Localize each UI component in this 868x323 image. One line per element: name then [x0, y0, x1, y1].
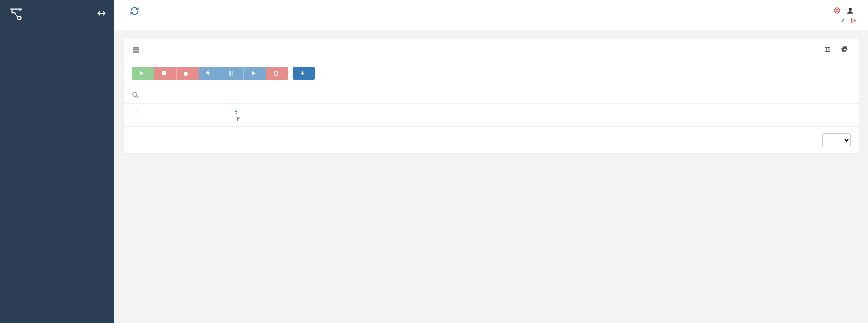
search-icon — [132, 91, 139, 99]
items-per-page-select[interactable] — [822, 133, 851, 147]
resume-button[interactable] — [243, 67, 266, 80]
svg-rect-11 — [232, 71, 232, 75]
svg-rect-5 — [133, 49, 139, 51]
stop-icon — [161, 70, 167, 77]
toolbar — [124, 60, 859, 86]
svg-rect-4 — [133, 47, 139, 49]
svg-point-9 — [184, 72, 188, 76]
lifebuoy-icon — [833, 7, 841, 14]
page-title — [126, 6, 139, 16]
col-quick — [358, 104, 442, 127]
columns-button[interactable] — [824, 46, 833, 53]
stop-button[interactable] — [154, 67, 176, 80]
col-state[interactable] — [227, 104, 358, 127]
play-icon — [250, 70, 257, 77]
svg-rect-10 — [230, 71, 231, 75]
pause-icon — [228, 70, 234, 77]
svg-point-12 — [133, 92, 137, 96]
searchbar — [124, 86, 859, 103]
col-image[interactable] — [525, 104, 609, 127]
select-all-checkbox[interactable] — [130, 111, 137, 118]
wrench-icon — [840, 18, 846, 23]
kill-button[interactable] — [176, 67, 199, 80]
server-icon — [132, 45, 140, 54]
svg-point-3 — [849, 8, 852, 11]
col-ports[interactable] — [692, 104, 775, 127]
containers-panel — [124, 39, 859, 153]
svg-point-2 — [836, 9, 838, 11]
plus-icon — [299, 70, 306, 77]
logo-bar — [0, 0, 114, 28]
user-icon — [846, 6, 854, 15]
brand-logo[interactable] — [8, 6, 27, 22]
svg-point-0 — [18, 16, 21, 20]
filter-icon[interactable] — [235, 116, 241, 122]
trash-icon — [273, 70, 279, 77]
restart-button[interactable] — [199, 67, 221, 80]
pause-button[interactable] — [221, 67, 243, 80]
logout-icon — [851, 18, 856, 23]
columns-icon — [824, 46, 830, 53]
start-button[interactable] — [132, 67, 154, 80]
sidebar-settings-header — [0, 28, 114, 34]
svg-rect-7 — [825, 47, 830, 51]
col-created[interactable] — [609, 104, 692, 127]
restart-icon — [205, 70, 212, 77]
add-container-button[interactable] — [293, 67, 315, 80]
bomb-icon — [183, 70, 189, 77]
col-owner[interactable] — [776, 104, 859, 127]
refresh-icon[interactable] — [130, 6, 139, 16]
collapse-icon[interactable] — [97, 10, 106, 19]
settings-button[interactable] — [841, 46, 851, 53]
col-name[interactable] — [144, 104, 227, 127]
remove-button[interactable] — [266, 67, 288, 80]
play-icon — [138, 70, 145, 77]
panel-title — [132, 45, 145, 54]
topbar — [114, 0, 868, 30]
svg-rect-8 — [162, 71, 166, 75]
col-stack[interactable] — [442, 104, 525, 127]
containers-table — [124, 103, 859, 127]
table-footer — [124, 127, 859, 153]
gear-icon — [841, 46, 848, 53]
user-badge[interactable] — [846, 6, 856, 15]
search-input[interactable] — [146, 91, 851, 99]
svg-rect-6 — [133, 51, 139, 53]
crane-icon — [8, 6, 24, 22]
sort-icon — [233, 109, 239, 115]
